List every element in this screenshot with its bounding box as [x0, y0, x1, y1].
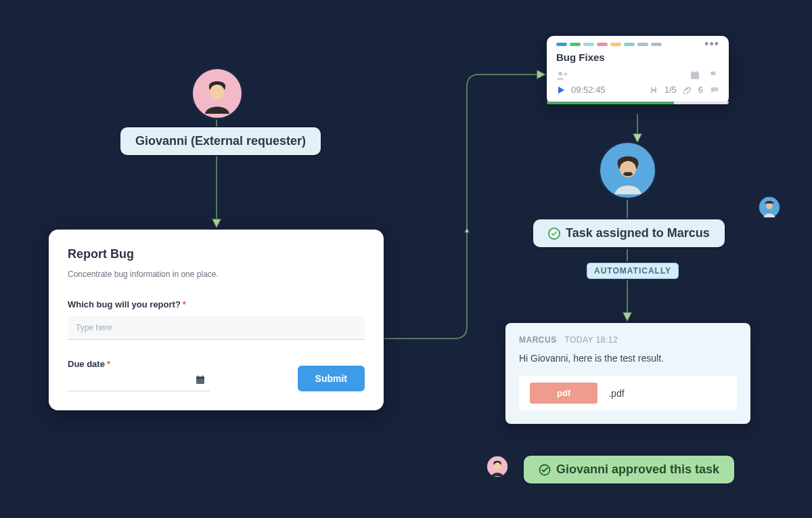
assigned-pill-text: Task assigned to Marcus — [566, 226, 710, 240]
svg-point-1 — [210, 85, 225, 100]
more-icon[interactable]: ••• — [704, 43, 719, 46]
svg-rect-7 — [691, 72, 699, 79]
message-card: MARCUS TODAY 18:12 Hi Giovanni, here is … — [505, 323, 750, 424]
person-icon — [759, 197, 780, 217]
svg-rect-9 — [697, 70, 698, 72]
assignee-mini-avatar — [758, 196, 781, 219]
subtasks-icon — [650, 86, 658, 94]
bug-description-input[interactable] — [68, 316, 365, 340]
calendar-icon — [195, 374, 206, 385]
requester-pill: Giovanni (External requester) — [120, 127, 321, 155]
svg-rect-5 — [202, 375, 203, 377]
pdf-chip: pdf — [530, 383, 597, 404]
message-author: MARCUS — [519, 335, 557, 345]
person-icon — [604, 147, 652, 194]
automatically-tag: AUTOMATICALLY — [587, 263, 679, 279]
svg-point-14 — [494, 462, 501, 469]
comment-icon — [710, 86, 719, 94]
svg-point-6 — [558, 72, 562, 76]
flag-icon[interactable] — [708, 70, 719, 81]
svg-point-16 — [766, 202, 772, 209]
required-marker: * — [107, 359, 110, 369]
task-timer: 09:52:45 — [571, 85, 606, 95]
submit-button[interactable]: Submit — [298, 366, 365, 391]
task-status-segments — [556, 43, 662, 46]
check-circle-icon — [548, 228, 560, 240]
assignee-add-icon[interactable] — [556, 70, 568, 81]
svg-rect-8 — [692, 70, 693, 72]
attachment-ext: .pdf — [608, 388, 624, 399]
approval-pill: Giovanni approved this task — [524, 456, 734, 483]
play-icon[interactable] — [556, 85, 566, 95]
form-title: Report Bug — [68, 247, 365, 261]
report-bug-form: Report Bug Concentrate bug information i… — [49, 230, 384, 410]
attachment-count: 6 — [698, 85, 703, 95]
date-icon[interactable] — [690, 70, 700, 81]
requester-avatar — [191, 67, 244, 120]
message-meta: MARCUS TODAY 18:12 — [519, 335, 737, 345]
assignee-avatar — [598, 141, 657, 200]
requester-pill-text: Giovanni (External requester) — [135, 134, 306, 148]
task-progress-bar — [547, 102, 729, 104]
required-marker: * — [183, 299, 186, 309]
subtasks-count: 1/5 — [664, 85, 677, 95]
question-bug-label: Which bug will you report?* — [68, 299, 365, 309]
person-icon — [196, 72, 239, 115]
task-card[interactable]: ••• Bug Fixes 09:52:45 1/5 — [547, 36, 729, 104]
message-attachment[interactable]: pdf .pdf — [519, 376, 737, 410]
person-icon — [487, 456, 508, 477]
due-date-input[interactable] — [68, 369, 210, 391]
svg-rect-3 — [196, 376, 204, 379]
task-title: Bug Fixes — [547, 46, 729, 67]
assigned-pill: Task assigned to Marcus — [533, 219, 725, 247]
check-circle-icon — [539, 464, 551, 476]
message-time: TODAY 18:12 — [564, 335, 618, 345]
attachment-icon — [683, 86, 692, 94]
requester-mini-avatar — [486, 455, 509, 478]
message-body: Hi Giovanni, here is the test result. — [519, 353, 737, 364]
approval-pill-text: Giovanni approved this task — [556, 462, 719, 477]
svg-rect-4 — [198, 375, 198, 377]
due-date-label: Due date* — [68, 359, 210, 369]
form-subtitle: Concentrate bug information in one place… — [68, 269, 365, 279]
